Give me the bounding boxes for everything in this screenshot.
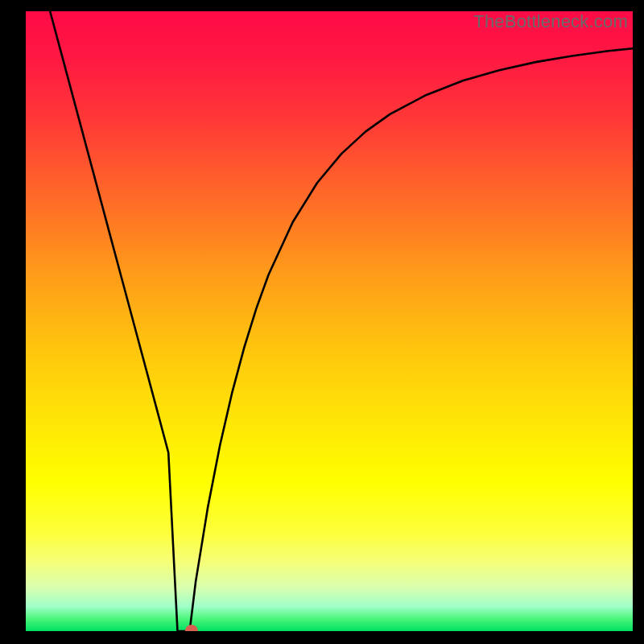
optimum-marker bbox=[185, 625, 198, 631]
plot-area: TheBottleneck.com bbox=[26, 11, 633, 631]
bottleneck-curve bbox=[50, 11, 633, 631]
chart-frame: TheBottleneck.com bbox=[0, 0, 644, 644]
curve-svg bbox=[26, 11, 633, 631]
